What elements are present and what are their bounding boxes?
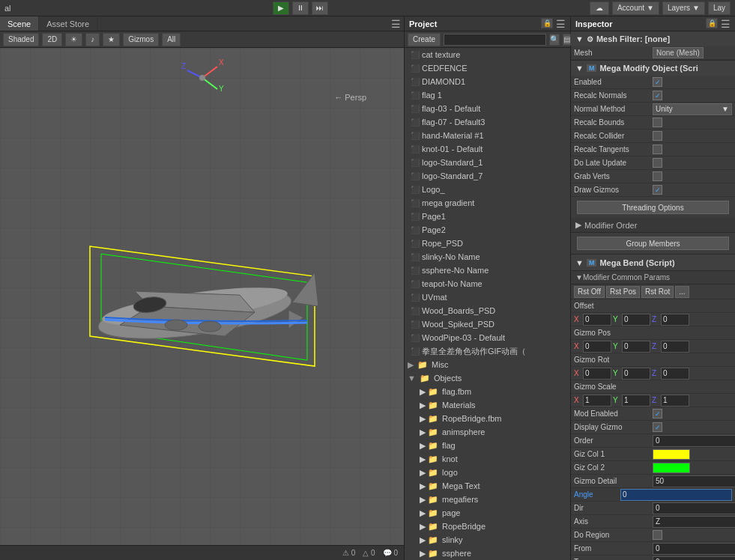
tab-asset-store[interactable]: Asset Store	[39, 16, 97, 31]
list-item[interactable]: ⬛ logo-Standard_7	[405, 169, 570, 183]
gizmo-rot-x-field[interactable]	[583, 368, 611, 380]
list-item[interactable]: ⬛ Page2	[405, 223, 570, 237]
list-item[interactable]: ⬛ Page1	[405, 210, 570, 223]
gizmo-rot-z-field[interactable]	[661, 368, 689, 380]
cloud-button[interactable]: ☁	[590, 1, 609, 15]
pause-button[interactable]: ⏸	[292, 1, 309, 15]
tab-scene[interactable]: Scene	[0, 16, 39, 31]
project-search[interactable]	[444, 34, 546, 46]
list-item[interactable]: ⬛ mega gradient	[405, 196, 570, 210]
folder-item-ropebridge[interactable]: ▶ 📁 RopeBridge	[405, 520, 570, 533]
rst-pos-button[interactable]: Rst Pos	[606, 286, 640, 298]
folder-item-megafiers[interactable]: ▶ 📁 megafiers	[405, 493, 570, 506]
create-button[interactable]: Create	[408, 33, 441, 46]
shading-dropdown[interactable]: Shaded	[3, 33, 39, 46]
recalc-tangents-checkbox[interactable]	[653, 144, 662, 154]
gizmo-scale-z-field[interactable]	[661, 395, 689, 407]
mega-bend-header[interactable]: ▼ M Mega Bend (Script)	[571, 255, 735, 271]
from-field[interactable]	[653, 543, 735, 555]
account-dropdown[interactable]: Account ▼	[612, 1, 659, 15]
layers-dropdown[interactable]: Layers ▼	[662, 1, 705, 15]
list-item[interactable]: ⬛ DIAMOND1	[405, 75, 570, 88]
group-members-button[interactable]: Group Members	[577, 237, 729, 250]
filter-icon[interactable]: ▤	[563, 34, 571, 46]
gizmo-detail-field[interactable]	[653, 475, 735, 487]
inspector-menu-icon[interactable]: ☰	[721, 18, 731, 30]
grab-verts-checkbox[interactable]	[653, 171, 662, 181]
threading-options-button[interactable]: Threading Options	[577, 201, 729, 214]
list-item[interactable]: ⬛ knot-01 - Default	[405, 142, 570, 156]
axis-field[interactable]	[653, 516, 735, 528]
folder-item-materials[interactable]: ▶ 📁 Materials	[405, 398, 570, 412]
audio-toggle[interactable]: ♪	[85, 33, 100, 46]
gizmo-pos-x-field[interactable]	[583, 341, 611, 353]
offset-y-field[interactable]	[622, 314, 650, 326]
play-button[interactable]: ▶	[273, 1, 289, 15]
enabled-checkbox[interactable]	[653, 77, 662, 87]
folder-item-misc[interactable]: ▶ 📁 Misc	[405, 358, 570, 371]
list-item[interactable]: ⬛ WoodPipe-03 - Default	[405, 331, 570, 344]
step-button[interactable]: ⏭	[312, 1, 328, 15]
rst-extra-button[interactable]: ...	[675, 286, 689, 298]
recalc-collider-checkbox[interactable]	[653, 131, 662, 141]
all-dropdown[interactable]: All	[162, 33, 181, 46]
folder-item-ropebridgefbm[interactable]: ▶ 📁 RopeBridge.fbm	[405, 412, 570, 425]
layout-dropdown[interactable]: Lay	[708, 1, 731, 15]
recalc-normals-checkbox[interactable]	[653, 91, 662, 100]
scene-panel-menu-icon[interactable]: ☰	[391, 18, 401, 30]
angle-field[interactable]	[620, 489, 732, 501]
modifier-order-header[interactable]: ▶ Modifier Order	[571, 218, 735, 233]
folder-item-flag[interactable]: ▶ 📁 flag	[405, 439, 570, 452]
mod-enabled-checkbox[interactable]	[653, 409, 662, 419]
list-item[interactable]: ⬛ teapot-No Name	[405, 277, 570, 290]
list-item[interactable]: ⬛ cat texture	[405, 48, 570, 61]
2d-toggle[interactable]: 2D	[42, 33, 62, 46]
gizmo-rot-y-field[interactable]	[622, 368, 650, 380]
list-item[interactable]: ⬛ Logo_	[405, 183, 570, 196]
folder-item-animsphere[interactable]: ▶ 📁 animsphere	[405, 425, 570, 439]
gizmo-pos-z-field[interactable]	[661, 341, 689, 353]
mesh-filter-header[interactable]: ▼ ⚙ Mesh Filter: [none]	[571, 31, 735, 46]
scene-viewport[interactable]: X Y Z ← Persp	[0, 48, 404, 545]
folder-item-ssphere[interactable]: ▶ 📁 ssphere	[405, 547, 570, 560]
list-item[interactable]: ⬛ flag-03 - Default	[405, 102, 570, 115]
list-item[interactable]: ⬛ flag 1	[405, 88, 570, 102]
list-item[interactable]: ⬛ 拳皇全差角色动作GIF动画（	[405, 344, 570, 358]
list-item[interactable]: ⬛ logo-Standard_1	[405, 156, 570, 169]
folder-item-logo[interactable]: ▶ 📁 logo	[405, 466, 570, 479]
offset-z-field[interactable]	[661, 314, 689, 326]
draw-gizmos-checkbox[interactable]	[653, 185, 662, 195]
list-item[interactable]: ⬛ UVmat	[405, 290, 570, 304]
folder-item-slinky[interactable]: ▶ 📁 slinky	[405, 533, 570, 547]
gizmo-scale-y-field[interactable]	[622, 395, 650, 407]
list-item[interactable]: ⬛ hand-Material #1	[405, 129, 570, 142]
normal-method-dropdown[interactable]: Unity ▼	[653, 103, 732, 115]
list-item[interactable]: ⬛ ssphere-No Name	[405, 264, 570, 277]
folder-item-flagfbm[interactable]: ▶ 📁 flag.fbm	[405, 385, 570, 398]
folder-item-knot[interactable]: ▶ 📁 knot	[405, 452, 570, 466]
list-item[interactable]: ⬛ CEDFENCE	[405, 61, 570, 75]
lighting-toggle[interactable]: ☀	[65, 33, 82, 46]
list-item[interactable]: ⬛ Wood_Boards_PSD	[405, 304, 570, 317]
giz-col2-swatch[interactable]	[653, 463, 690, 473]
folder-item-page[interactable]: ▶ 📁 page	[405, 506, 570, 520]
gizmos-dropdown[interactable]: Gizmos	[123, 33, 159, 46]
rst-rot-button[interactable]: Rst Rot	[641, 286, 674, 298]
display-gizmo-checkbox[interactable]	[653, 422, 662, 432]
rst-off-button[interactable]: Rst Off	[574, 286, 605, 298]
search-icon[interactable]: 🔍	[549, 34, 560, 46]
offset-x-field[interactable]	[583, 314, 611, 326]
order-field[interactable]	[653, 435, 735, 447]
to-field[interactable]	[653, 556, 735, 561]
giz-col1-swatch[interactable]	[653, 449, 690, 460]
folder-item-objects[interactable]: ▼ 📁 Objects	[405, 371, 570, 385]
gizmo-scale-x-field[interactable]	[583, 395, 611, 407]
list-item[interactable]: ⬛ Wood_Spiked_PSD	[405, 317, 570, 331]
folder-item-megatext[interactable]: ▶ 📁 Mega Text	[405, 479, 570, 493]
dir-field[interactable]	[653, 502, 735, 514]
list-item[interactable]: ⬛ Rope_PSD	[405, 237, 570, 250]
recalc-bounds-checkbox[interactable]	[653, 118, 662, 127]
project-menu-icon[interactable]: ☰	[556, 18, 566, 30]
gizmo-pos-y-field[interactable]	[622, 341, 650, 353]
inspector-lock-icon[interactable]: 🔒	[706, 18, 718, 28]
